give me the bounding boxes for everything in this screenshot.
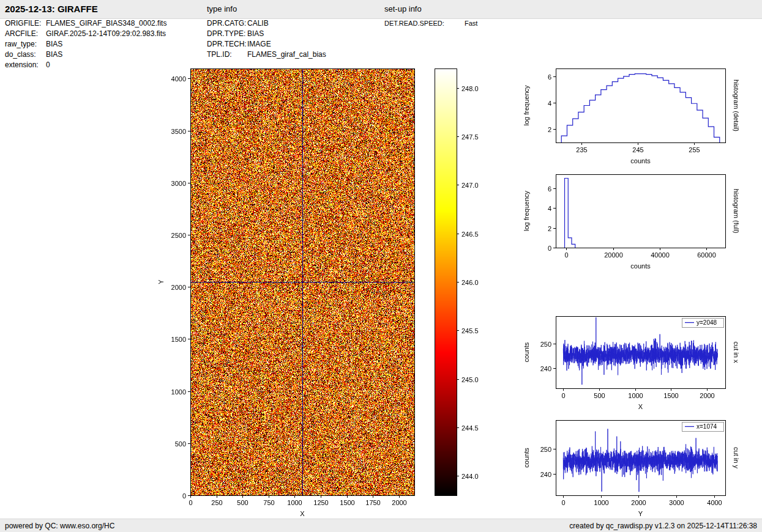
field-label: TPL.ID: [207,50,247,59]
colorbar [428,61,499,514]
metadata-row: do_class:BIAS [5,50,62,59]
setup-info-heading: set-up info [384,0,422,18]
type-info-row: DPR.TYPE:BIAS [207,29,264,38]
field-label: DPR.CATG: [207,19,247,28]
type-info-heading: type info [207,0,237,18]
field-value: BIAS [46,50,62,59]
field-value: BIAS [247,29,264,38]
header-bar: 2025-12-13: GIRAFFE type info set-up inf… [0,0,762,19]
page-title: 2025-12-13: GIRAFFE [5,0,98,18]
field-label: DPR.TECH: [207,40,247,48]
field-value: BIAS [46,40,62,48]
metadata-row: extension:0 [5,61,50,69]
field-label: do_class: [5,50,46,59]
field-label: DET.READ.SPEED: [384,20,465,27]
field-label: extension: [5,61,46,69]
footer-left: powered by QC: www.eso.org/HC [5,519,114,532]
field-value: FLAMES_GIRAF_BIAS348_0002.fits [46,19,166,28]
field-label: ARCFILE: [5,29,46,38]
field-value: FLAMES_giraf_cal_bias [247,50,326,59]
cut-in-y-plot [523,413,762,519]
histogram-detail-plot [523,61,762,174]
setup-info-row: DET.READ.SPEED:Fast [384,20,477,27]
cut-in-x-plot [523,309,762,416]
field-label: DPR.TYPE: [207,29,247,38]
metadata-row: ORIGFILE:FLAMES_GIRAF_BIAS348_0002.fits [5,19,166,28]
footer-right: created by qc_rawdisp.py v1.2.3 on 2025-… [569,519,757,532]
field-label: raw_type: [5,40,46,48]
bias-image-plot [147,61,422,526]
field-label: ORIGFILE: [5,19,46,28]
field-value: IMAGE [247,40,271,48]
field-value: CALIB [247,19,269,28]
type-info-row: DPR.CATG:CALIB [207,19,269,28]
footer-bar: powered by QC: www.eso.org/HC created by… [0,519,762,532]
type-info-row: TPL.ID:FLAMES_giraf_cal_bias [207,50,326,59]
field-value: GIRAF.2025-12-14T09:29:02.983.fits [46,29,166,38]
metadata-row: raw_type:BIAS [5,40,62,48]
field-value: 0 [46,61,50,69]
field-value: Fast [465,20,477,27]
metadata-row: ARCFILE:GIRAF.2025-12-14T09:29:02.983.fi… [5,29,166,38]
histogram-full-plot [523,167,762,277]
type-info-row: DPR.TECH:IMAGE [207,40,271,48]
